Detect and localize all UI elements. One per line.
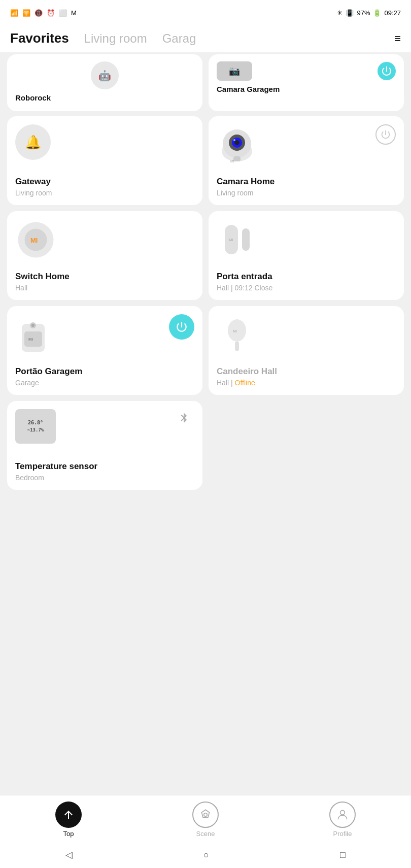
sim-icon: 📵 <box>35 9 43 17</box>
clock: 09:27 <box>384 9 401 17</box>
menu-button[interactable]: ≡ <box>394 32 401 51</box>
camara-garagem-name: Camara Garagem <box>217 85 396 93</box>
roborock-name: Roborock <box>15 93 194 102</box>
camara-home-icon: MI <box>217 124 257 165</box>
temperature-sensor-icon: 26.8°~13.7% <box>15 409 56 444</box>
wifi-icon: 🛜 <box>22 9 30 17</box>
temperature-sensor-name: Temperature sensor <box>15 461 194 472</box>
portao-garagem-name: Portão Garagem <box>15 366 194 377</box>
device-card-gateway[interactable]: 🔔 Gateway Living room <box>7 116 202 205</box>
svg-point-14 <box>31 324 35 327</box>
svg-point-16 <box>228 319 246 342</box>
header: Favorites Living room Garag ≡ <box>0 25 411 52</box>
device-card-switch-home[interactable]: MI Switch Home Hall <box>7 211 202 300</box>
scene-label: Scene <box>196 830 215 838</box>
svg-text:MI: MI <box>30 237 38 244</box>
porta-entrada-status: Hall | 09:12 Close <box>217 284 396 292</box>
profile-label: Profile <box>333 830 352 838</box>
status-left: 📶 🛜 📵 ⏰ ⬜ M <box>10 9 77 17</box>
device-card-candeeiro-hall[interactable]: MI Candeeiro Hall Hall | Offline <box>209 306 404 395</box>
svg-point-21 <box>340 810 345 815</box>
nav-item-top[interactable]: Top <box>55 802 82 838</box>
signal-icon: 📶 <box>10 9 18 17</box>
candeeiro-hall-status: Hall | Offline <box>217 379 396 387</box>
switch-home-room: Hall <box>15 284 194 292</box>
portao-garagem-room: Garage <box>15 379 194 387</box>
nav-item-profile[interactable]: Profile <box>329 802 356 838</box>
camara-home-power-button[interactable] <box>375 124 396 145</box>
status-bar: 📶 🛜 📵 ⏰ ⬜ M ✳ 📳 97% 🔋 09:27 <box>0 0 411 25</box>
svg-rect-6 <box>233 156 241 161</box>
system-nav: ◁ ○ □ <box>0 842 411 868</box>
gateway-name: Gateway <box>15 177 194 187</box>
vibrate-icon: 📳 <box>346 9 354 17</box>
porta-entrada-name: Porta entrada <box>217 272 396 282</box>
bottom-nav: Top Scene Profile <box>0 795 411 842</box>
svg-text:MI: MI <box>28 337 33 342</box>
candeeiro-hall-icon: MI <box>217 314 257 355</box>
camara-home-name: Camara Home <box>217 177 396 187</box>
home-button[interactable]: ○ <box>203 850 209 860</box>
back-button[interactable]: ◁ <box>65 849 73 860</box>
temperature-bluetooth-icon <box>174 409 194 429</box>
tab-favorites[interactable]: Favorites <box>10 30 69 52</box>
portao-garagem-icon: MI <box>15 314 56 355</box>
svg-text:MI: MI <box>233 329 237 333</box>
svg-point-4 <box>234 140 239 145</box>
device-card-camara-home[interactable]: MI Camara Home Living room <box>209 116 404 205</box>
gmail-icon: M <box>71 9 77 17</box>
device-card-portao-garagem[interactable]: MI Portão Garagem Garage <box>7 306 202 395</box>
device-card-temperature-sensor[interactable]: 26.8°~13.7% Temperature sensor Bedroom <box>7 401 202 490</box>
switch-home-name: Switch Home <box>15 272 194 282</box>
partial-card-camara-garagem[interactable]: 📷 Camara Garagem <box>209 54 404 111</box>
nav-item-scene[interactable]: Scene <box>192 802 219 838</box>
temperature-sensor-room: Bedroom <box>15 474 194 482</box>
svg-rect-17 <box>235 342 239 351</box>
profile-icon <box>329 802 356 828</box>
svg-point-20 <box>204 813 208 817</box>
battery-percent: 97% <box>357 9 370 17</box>
partial-card-roborock[interactable]: 🤖 Roborock <box>7 54 202 111</box>
top-label: Top <box>63 830 74 838</box>
svg-text:MI: MI <box>230 159 234 163</box>
status-right: ✳ 📳 97% 🔋 09:27 <box>337 9 401 17</box>
screen-icon: ⬜ <box>59 9 67 17</box>
roborock-icon: 🤖 <box>91 61 119 89</box>
gateway-room: Living room <box>15 189 194 197</box>
svg-rect-12 <box>24 331 42 347</box>
switch-home-icon: MI <box>15 219 56 260</box>
svg-point-5 <box>233 139 235 141</box>
battery-icon: 🔋 <box>373 9 381 17</box>
candeeiro-hall-name: Candeeiro Hall <box>217 366 396 377</box>
top-icon <box>55 802 82 828</box>
recent-button[interactable]: □ <box>340 850 346 860</box>
tab-living-room[interactable]: Living room <box>84 31 147 52</box>
camara-garagem-icon: 📷 <box>217 61 252 81</box>
alarm-icon: ⏰ <box>47 9 55 17</box>
device-card-porta-entrada[interactable]: MI Porta entrada Hall | 09:12 Close <box>209 211 404 300</box>
tab-garage[interactable]: Garag <box>162 31 196 52</box>
gateway-icon: 🔔 <box>15 124 51 160</box>
scene-icon <box>192 802 219 828</box>
bluetooth-status-icon: ✳ <box>337 9 342 17</box>
portao-garagem-power-button[interactable] <box>169 314 194 340</box>
porta-entrada-icon: MI <box>217 219 257 260</box>
device-grid: 🔔 Gateway Living room MI <box>0 111 411 495</box>
partial-cards-row: 🤖 Roborock 📷 Camara Garagem <box>0 52 411 111</box>
camara-home-room: Living room <box>217 189 396 197</box>
